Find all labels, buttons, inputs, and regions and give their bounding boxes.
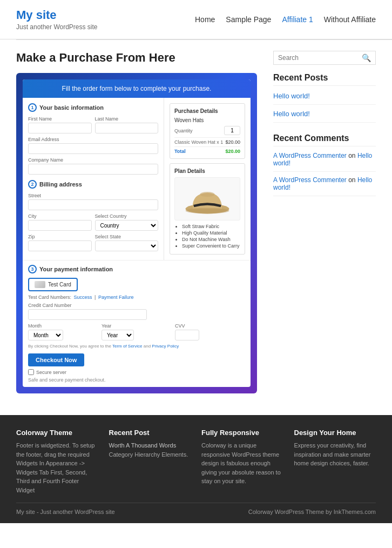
first-name-label: First Name [28,116,92,122]
plan-features-list: Soft Straw Fabric High Quality Material … [174,224,240,249]
footer-col3-text: Colorway is a unique responsive WordPres… [201,441,283,486]
purchase-title: Purchase Details [174,108,240,114]
terms-and: and [144,344,151,349]
cc-input[interactable] [28,309,147,320]
year-select[interactable]: Year [102,330,134,340]
test-card-button[interactable]: Test Card [28,278,78,291]
qty-input[interactable] [224,126,240,135]
street-input[interactable] [28,199,158,210]
hat-svg [183,180,232,218]
section1-header: 1 Your basic information [28,103,158,112]
nav-sample-page[interactable]: Sample Page [226,15,271,24]
form-right: Purchase Details Woven Hats Quantity Cla… [164,98,251,260]
main-nav: Home Sample Page Affiliate 1 Without Aff… [195,15,376,24]
sidebar: 🔍 Recent Posts Hello world! Hello world!… [273,51,376,393]
card-icon [35,281,45,288]
search-box: 🔍 [273,51,376,65]
site-title: My site [16,8,98,22]
city-group: City [28,213,92,231]
recent-post-1-link[interactable]: Hello world! [273,92,310,100]
last-name-group: Last Name [95,116,159,133]
city-country-row: City Select Country Country [28,213,158,231]
terms-text: By clicking Checkout Now, you agree to t… [28,344,245,349]
first-name-input[interactable] [28,123,92,133]
qty-label: Quantity [174,128,193,133]
checkout-button[interactable]: Checkout Now [28,353,84,366]
footer-col-4: Design Your Home Express your creativity… [294,429,376,494]
year-group: Year Year [102,323,172,340]
company-input[interactable] [28,164,158,175]
country-select[interactable]: Country [95,220,159,231]
test-card-success-link[interactable]: Success [74,295,92,300]
nav-home[interactable]: Home [195,15,215,24]
terms-link1[interactable]: Term of Service [112,344,143,349]
zip-state-row: Zip Select State [28,234,158,251]
recent-comments-section: Recent Comments A WordPress Commenter on… [273,133,376,196]
total-price: $20.00 [225,149,240,154]
zip-group: Zip [28,234,92,251]
site-tagline: Just another WordPress site [16,23,98,31]
section2-header: 2 Billing address [28,180,158,189]
footer-col2-link[interactable]: Worth A Thousand Words [109,442,177,449]
state-group: Select State [95,234,159,251]
section3-label: Your payment information [39,266,113,272]
month-label: Month [28,323,98,329]
line-item-label: Classic Woven Hat x 1 [174,139,223,145]
city-input[interactable] [28,220,92,231]
form-header: Fill the order form below to complete yo… [23,79,251,98]
plan-details-box: Plan Details [170,163,245,255]
total-label: Total [174,149,186,154]
city-label: City [28,213,92,219]
search-icon[interactable]: 🔍 [362,54,371,62]
company-label: Company Name [28,157,158,163]
svg-point-2 [186,208,229,214]
product-name: Woven Hats [174,117,240,123]
first-name-group: First Name [28,116,92,133]
section2-label: Billing address [39,181,82,188]
qty-row: Quantity [174,126,240,135]
secure-checkbox[interactable] [28,369,34,375]
state-label: Select State [95,234,159,239]
terms-link2[interactable]: Privacy Policy [152,344,179,349]
card-btn-label: Test Card [48,282,71,288]
cvv-input[interactable] [175,330,199,340]
price-row: Classic Woven Hat x 1 $20.00 [174,137,240,145]
feature-2: High Quality Material [182,230,240,236]
street-row: Street [28,193,158,210]
country-label: Select Country [95,213,159,219]
section2-num: 2 [28,180,37,189]
comment-2-author[interactable]: A WordPress Commenter [273,176,347,184]
zip-input[interactable] [28,240,92,251]
plan-title: Plan Details [174,168,240,174]
email-row: Email Address [28,137,158,154]
footer-bottom-right: Colorway WordPress Theme by InkThemes.co… [248,509,376,515]
nav-without-affiliate[interactable]: Without Affiliate [324,15,376,24]
month-group: Month Month [28,323,98,340]
recent-post-2-link[interactable]: Hello world! [273,110,310,118]
safe-text: Safe and secure payment checkout. [28,377,245,383]
test-card-failure-link[interactable]: Payment Failure [98,295,134,300]
year-label: Year [102,323,172,329]
svg-point-1 [200,192,215,197]
email-group: Email Address [28,137,158,154]
comment-1-author[interactable]: A WordPress Commenter [273,152,347,159]
site-footer: Colorway Theme Footer is widgetized. To … [0,415,392,523]
cvv-label: CVV [175,323,245,329]
state-select[interactable] [95,240,159,251]
street-group: Street [28,193,158,210]
last-name-input[interactable] [95,123,159,133]
section3-num: 3 [28,265,37,273]
nav-affiliate1[interactable]: Affiliate 1 [282,15,313,24]
comment-2-text: on [348,176,355,184]
main-container: Make a Purchase From Here Fill the order… [0,40,392,404]
last-name-label: Last Name [95,116,159,122]
search-input[interactable] [278,54,362,62]
footer-col2-text: Worth A Thousand Words Category Hierarch… [109,441,191,459]
email-input[interactable] [28,143,158,154]
content-area: Make a Purchase From Here Fill the order… [16,51,257,393]
month-select[interactable]: Month [28,330,63,340]
footer-bottom: My site - Just another WordPress site Co… [16,503,376,515]
footer-col4-title: Design Your Home [294,429,376,437]
cvv-group: CVV [175,323,245,340]
comment-1-text: on [348,152,355,159]
